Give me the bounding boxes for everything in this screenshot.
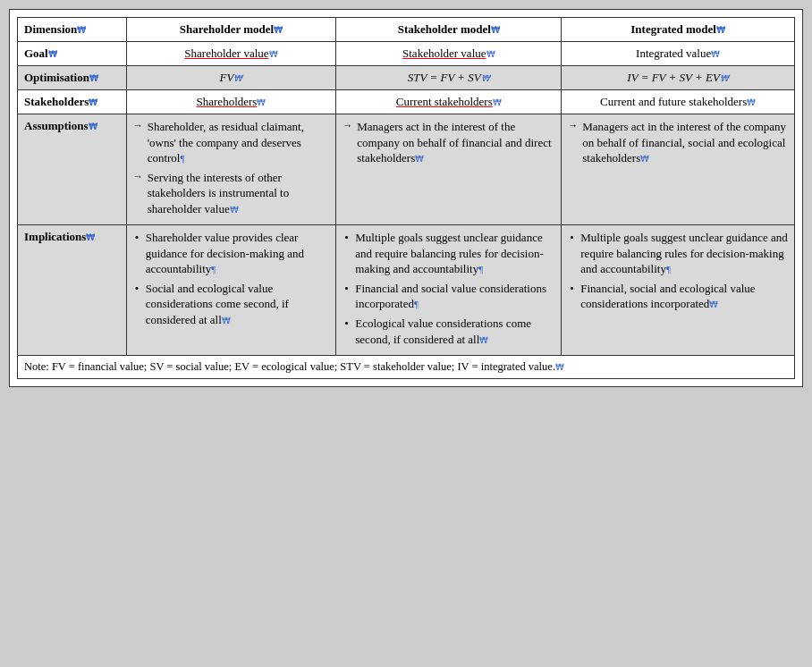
bookmark-stake-sh: ₩	[257, 97, 266, 107]
implic-int-item-1: Multiple goals suggest unclear guidance …	[568, 230, 788, 277]
bookmark-icon: ₩	[77, 25, 86, 35]
bookmark-assump-st: ₩	[415, 154, 424, 164]
goal-row: Goal₩ Shareholder value₩ Stakeholder val…	[18, 42, 795, 66]
assump-int-item-1: Managers act in the interest of the comp…	[568, 119, 788, 166]
optim-label: Optimisation₩	[18, 66, 127, 90]
assump-stakeholder: Managers act in the interest of the comp…	[336, 114, 562, 225]
bookmark-goal-sh: ₩	[269, 49, 278, 59]
bookmark-goal-int: ₩	[711, 49, 720, 59]
implic-st-item-3: Ecological value considerations come sec…	[343, 316, 554, 347]
stake-integrated: Current and future stakeholders₩	[562, 90, 795, 114]
assump-st-list: Managers act in the interest of the comp…	[343, 119, 554, 166]
stake-stakeholder: Current stakeholders₩	[336, 90, 562, 114]
goal-stakeholder: Stakeholder value₩	[336, 42, 562, 66]
assump-sh-list: Shareholder, as residual claimant, 'owns…	[133, 119, 330, 216]
bookmark-optim: ₩	[89, 73, 98, 83]
optim-integrated: IV = FV + SV + EV₩	[562, 66, 795, 90]
stake-shareholder: Shareholders₩	[126, 90, 336, 114]
optim-shareholder: FV₩	[126, 66, 336, 90]
pilcrow-2: ¶	[211, 264, 216, 274]
pilcrow-1: ¶	[180, 153, 184, 164]
bookmark-goal: ₩	[48, 49, 57, 59]
bookmark-goal-st: ₩	[486, 49, 495, 59]
bookmark-icon4: ₩	[716, 25, 725, 35]
implic-int-item-2: Financial, social and ecological value c…	[568, 281, 788, 312]
optimisation-row: Optimisation₩ FV₩ STV = FV + SV₩ IV = FV…	[18, 66, 795, 90]
implic-st-list: Multiple goals suggest unclear guidance …	[343, 230, 554, 347]
goal-label: Goal₩	[18, 42, 127, 66]
assump-integrated: Managers act in the interest of the comp…	[562, 114, 795, 225]
bookmark-assump-sh: ₩	[230, 205, 239, 215]
bookmark-optim-int: ₩	[720, 73, 729, 83]
bookmark-icon2: ₩	[274, 25, 283, 35]
bookmark-optim-sh: ₩	[233, 73, 242, 83]
implic-integrated: Multiple goals suggest unclear guidance …	[562, 225, 795, 356]
header-integrated: Integrated model₩	[562, 18, 795, 42]
implic-stakeholder: Multiple goals suggest unclear guidance …	[336, 225, 562, 356]
bookmark-stake: ₩	[89, 97, 97, 107]
header-dimension: Dimension₩	[18, 18, 127, 42]
implic-label: Implications₩	[18, 225, 127, 356]
optim-stakeholder: STV = FV + SV₩	[336, 66, 562, 90]
implic-shareholder: Shareholder value provides clear guidanc…	[126, 225, 336, 356]
page-container: Dimension₩ Shareholder model₩ Stakeholde…	[9, 9, 803, 387]
bookmark-icon3: ₩	[491, 25, 500, 35]
bookmark-implic: ₩	[86, 232, 95, 242]
implic-sh-item-1: Shareholder value provides clear guidanc…	[133, 230, 330, 277]
pilcrow-5: ¶	[666, 264, 671, 274]
bookmark-footer: ₩	[555, 362, 564, 372]
implic-st-item-2: Financial and social value consideration…	[343, 281, 554, 312]
footer-cell: Note: FV = financial value; SV = social …	[18, 356, 795, 379]
assump-sh-item-2: Serving the interests of other stakehold…	[133, 170, 330, 217]
assump-st-item-1: Managers act in the interest of the comp…	[343, 119, 554, 166]
stakeholders-row: Stakeholders₩ Shareholders₩ Current stak…	[18, 90, 795, 114]
bookmark-assump-int: ₩	[640, 154, 649, 164]
header-stakeholder: Stakeholder model₩	[336, 18, 562, 42]
assump-shareholder: Shareholder, as residual claimant, 'owns…	[126, 114, 336, 225]
implic-sh-list: Shareholder value provides clear guidanc…	[133, 230, 330, 327]
bookmark-implic-sh: ₩	[222, 316, 231, 325]
stake-label: Stakeholders₩	[18, 90, 127, 114]
pilcrow-4: ¶	[414, 299, 419, 309]
pilcrow-3: ¶	[478, 264, 483, 274]
assumptions-row: Assumptions₩ Shareholder, as residual cl…	[18, 114, 795, 225]
bookmark-assump: ₩	[89, 122, 97, 131]
footer-row: Note: FV = financial value; SV = social …	[18, 356, 795, 379]
comparison-table: Dimension₩ Shareholder model₩ Stakeholde…	[17, 17, 795, 379]
implications-row: Implications₩ Shareholder value provides…	[18, 225, 795, 356]
bookmark-stake-st: ₩	[493, 97, 502, 107]
bookmark-implic-int: ₩	[709, 300, 718, 309]
implic-st-item-1: Multiple goals suggest unclear guidance …	[343, 230, 554, 277]
assump-int-list: Managers act in the interest of the comp…	[568, 119, 788, 166]
assump-sh-item-1: Shareholder, as residual claimant, 'owns…	[133, 119, 330, 166]
goal-integrated: Integrated value₩	[562, 42, 795, 66]
goal-shareholder: Shareholder value₩	[126, 42, 336, 66]
implic-sh-item-2: Social and ecological value consideratio…	[133, 281, 330, 328]
implic-int-list: Multiple goals suggest unclear guidance …	[568, 230, 788, 312]
assump-label: Assumptions₩	[18, 114, 127, 225]
header-row: Dimension₩ Shareholder model₩ Stakeholde…	[18, 18, 795, 42]
bookmark-optim-st: ₩	[481, 73, 490, 83]
bookmark-implic-st: ₩	[479, 335, 488, 345]
header-shareholder: Shareholder model₩	[126, 18, 336, 42]
bookmark-stake-int: ₩	[747, 97, 756, 107]
